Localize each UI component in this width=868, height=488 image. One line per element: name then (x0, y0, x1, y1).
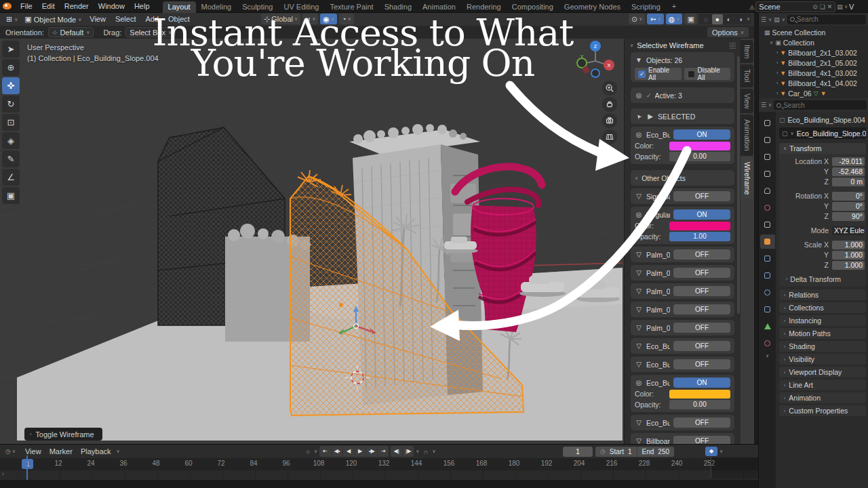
outliner-search[interactable] (787, 15, 866, 24)
workspace-tab[interactable]: Rendering (461, 1, 507, 13)
move-tool[interactable]: ✜ (2, 77, 20, 94)
start-frame-field[interactable]: ◷ Start 1 (595, 447, 637, 457)
enable-all-button[interactable]: ✓ Enable All (635, 68, 682, 80)
onion-skin-icon[interactable]: ∩ (421, 448, 430, 455)
collapsed-panel-header[interactable]: › Collections (779, 302, 866, 313)
tab-material[interactable] (760, 336, 775, 350)
collapsed-panel-header[interactable]: › Line Art (779, 380, 866, 390)
measure-tool[interactable]: ∠ (2, 169, 20, 186)
sidebar-tab[interactable]: Wireframe (741, 157, 753, 199)
shading-solid-icon[interactable]: ● (712, 14, 723, 24)
collapsed-panel-header[interactable]: › Relations (779, 289, 866, 300)
editor-type-button[interactable]: ⊞∨ (3, 14, 21, 25)
workspace-tab[interactable]: Scripting (626, 1, 666, 13)
transform-value-field[interactable]: -52.468 (832, 167, 865, 176)
collapsed-panel-header[interactable]: › Shading (779, 341, 866, 352)
properties-editor-icon[interactable]: ☰ (761, 102, 766, 108)
tab-view-layer[interactable] (760, 167, 775, 181)
wireframe-state-button[interactable]: OFF (673, 249, 730, 260)
current-frame-field[interactable]: 1 (563, 447, 593, 457)
wireframe-state-button[interactable]: OFF (673, 341, 730, 351)
properties-search[interactable] (774, 100, 867, 110)
camera-view-icon[interactable] (602, 113, 617, 128)
tab-tool[interactable] (760, 116, 775, 130)
tab-object-data[interactable] (760, 319, 775, 333)
transform-value-field[interactable]: 90° (832, 212, 865, 221)
collapsed-panel-header[interactable]: › Motion Paths (779, 328, 866, 339)
transport-button[interactable]: ◀• (331, 446, 342, 457)
xray-icon[interactable]: ▣ (684, 14, 696, 24)
transform-value-field[interactable]: 1.000 (832, 261, 865, 270)
cursor-tool[interactable]: ⊕ (2, 59, 20, 76)
auto-key-record-icon[interactable]: ○ (304, 448, 312, 455)
end-frame-field[interactable]: End 250 (637, 447, 674, 457)
add-cube-tool[interactable]: ▣ (2, 187, 20, 204)
sidebar-tab[interactable]: Animation (741, 115, 753, 156)
transform-value-field[interactable]: 0° (832, 192, 865, 201)
blender-logo-icon[interactable] (3, 3, 12, 9)
gizmo-toggle-icon[interactable]: ⊙∨ (629, 14, 645, 24)
tab-output[interactable] (760, 150, 775, 164)
wireframe-state-button[interactable]: ON (673, 378, 730, 388)
overlays-toggle-icon[interactable]: ➳∨ (647, 14, 663, 24)
collapsed-panel-header[interactable]: › Custom Properties (779, 405, 866, 416)
transform-value-field[interactable]: XYZ Euler (832, 226, 865, 235)
color-swatch[interactable] (669, 142, 730, 150)
transport-button[interactable]: ⇥ (377, 446, 389, 457)
sidebar-tab[interactable]: Tool (741, 64, 753, 87)
sidebar-tab[interactable]: View (741, 89, 753, 114)
workspace-tab[interactable]: Geometry Nodes (559, 1, 626, 13)
collapsed-panel-header[interactable]: › Visibility (779, 354, 866, 365)
transport-button[interactable]: ▶ (354, 446, 366, 457)
pin-icon[interactable]: ⊙ (812, 3, 818, 10)
workspace-tab[interactable]: UV Editing (278, 1, 324, 13)
wireframe-state-button[interactable]: OFF (673, 268, 730, 278)
workspace-tab[interactable]: Animation (417, 1, 461, 13)
outliner-search-input[interactable] (797, 16, 863, 23)
workspace-tab[interactable]: Texture Paint (324, 1, 378, 13)
add-workspace-button[interactable]: + (667, 0, 681, 13)
topbar-menu-item[interactable]: File (16, 0, 37, 13)
transform-value-field[interactable]: -29.011 (832, 157, 865, 166)
workspace-tab[interactable]: Sculpting (237, 1, 278, 13)
panel-header[interactable]: ∨ Selective Wireframe ⣿⣿ (625, 39, 741, 52)
tab-physics[interactable] (760, 285, 775, 300)
wireframe-state-button[interactable]: ON (673, 129, 730, 140)
viewport-menu-item[interactable]: View (85, 13, 111, 26)
wireframe-state-button[interactable]: OFF (673, 323, 730, 333)
transform-value-field[interactable]: 0 m (832, 178, 865, 186)
drag-grip-icon[interactable]: ⣿⣿ (729, 42, 735, 49)
wireframe-state-button[interactable]: OFF (673, 304, 730, 314)
wireframe-state-button[interactable]: ON (673, 209, 730, 220)
workspace-tab[interactable]: Shading (379, 1, 417, 13)
transform-value-field[interactable]: 1.000 (832, 251, 865, 260)
options-dropdown[interactable]: Options∨ (707, 27, 749, 37)
wireframe-state-button[interactable]: OFF (673, 359, 730, 369)
wireframe-state-button[interactable]: OFF (673, 191, 730, 201)
outliner-object-row[interactable]: › ▼ Billboard_2x1_05.002 ▽▼ (759, 58, 868, 68)
other-section-header[interactable]: ∨ Other Objects (631, 170, 734, 186)
outliner-object-row[interactable]: › ▼ Billboard_4x1_04.002 ▽▼ (759, 78, 868, 88)
tab-object[interactable] (760, 235, 775, 249)
outliner-object-row[interactable]: › ▼ Billboard_4x1_03.002 ▽▼ (759, 68, 868, 78)
opacity-slider[interactable]: 0.00 (669, 400, 730, 409)
color-swatch[interactable] (669, 222, 730, 230)
topbar-menu-item[interactable]: Edit (37, 0, 60, 13)
shading-wireframe-icon[interactable]: ◌ (701, 14, 711, 24)
disable-all-button[interactable]: Disable All (684, 68, 731, 80)
outliner-filter-icon[interactable]: ☰ (761, 16, 766, 23)
transform-tool[interactable]: ◈ (2, 132, 20, 149)
timeline-menu-item[interactable]: Playback (77, 447, 115, 455)
annotate-tool[interactable]: ✎ (2, 150, 20, 167)
workspace-tab[interactable]: Layout (163, 1, 196, 13)
transform-panel-header[interactable]: ∨ Transform (779, 143, 866, 154)
toggle-wireframe-button[interactable]: › Toggle Wireframe (24, 428, 102, 441)
outliner-object-row[interactable]: › ▼ Car_06 ▽▼ (759, 88, 868, 98)
tab-world[interactable] (760, 201, 775, 215)
transport-button[interactable]: •▶ (366, 446, 377, 457)
scale-tool[interactable]: ⊡ (2, 114, 20, 131)
outliner-collection-row[interactable]: ∨ ▣ Collection (759, 37, 868, 47)
transport-button[interactable]: ⇤ (319, 446, 331, 457)
timeline-track[interactable] (0, 470, 758, 480)
tab-scene[interactable] (760, 184, 775, 198)
